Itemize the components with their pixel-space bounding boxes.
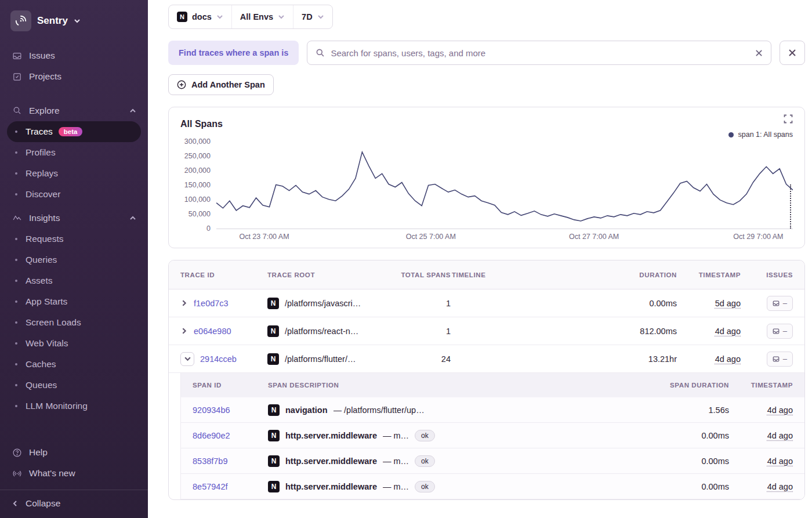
trace-row-expanded[interactable]: 2914cceb N /platforms/flutter/… 24 13.21… <box>169 345 804 373</box>
clear-search-icon[interactable] <box>755 49 763 57</box>
issues-button[interactable]: – <box>767 352 793 367</box>
span-search-input[interactable] <box>331 48 749 58</box>
projects-icon <box>12 71 22 82</box>
timestamp-link[interactable]: 4d ago <box>715 354 741 364</box>
sidebar-item-issues[interactable]: Issues <box>7 45 141 66</box>
sidebar-item-discover[interactable]: Discover <box>7 184 141 205</box>
sidebar-section-explore[interactable]: Explore <box>7 100 141 121</box>
col-issues: Issues <box>741 271 793 278</box>
timestamp-link[interactable]: 4d ago <box>767 431 793 440</box>
sidebar-item-label: LLM Monitoring <box>26 401 88 411</box>
sidebar-collapse-button[interactable]: Collapse <box>0 490 148 518</box>
span-op: navigation <box>285 405 328 415</box>
sidebar-item-assets[interactable]: Assets <box>7 270 141 291</box>
trace-id-link[interactable]: f1e0d7c3 <box>194 299 229 308</box>
sidebar-section-insights[interactable]: Insights <box>7 207 141 229</box>
col-span-description: Span Description <box>268 382 503 389</box>
traces-table-panel: Trace ID Trace Root Total Spans Timeline… <box>168 260 805 500</box>
sidebar-item-replays[interactable]: Replays <box>7 163 141 184</box>
sidebar-item-traces[interactable]: Traces beta <box>7 121 141 142</box>
trace-id-link[interactable]: e064e980 <box>194 327 231 336</box>
span-description: — m… <box>383 482 409 491</box>
span-id-link[interactable]: 920934b6 <box>193 405 268 415</box>
trace-row[interactable]: e064e980 N /platforms/react-n… 1 812.00m… <box>169 317 804 345</box>
collapse-label: Collapse <box>26 498 60 509</box>
sidebar-item-label: Projects <box>29 71 61 82</box>
span-search-box[interactable] <box>307 41 771 65</box>
sidebar-item-label: Assets <box>26 276 53 286</box>
sidebar-item-help[interactable]: Help <box>7 442 141 463</box>
sidebar-item-label: Help <box>29 447 48 458</box>
timestamp-link[interactable]: 4d ago <box>715 327 741 336</box>
sidebar-item-queues[interactable]: Queues <box>7 375 141 396</box>
trace-root-text: /platforms/react-n… <box>285 327 358 336</box>
timestamp-link[interactable]: 4d ago <box>767 482 793 491</box>
trace-id-link[interactable]: 2914cceb <box>200 354 237 364</box>
collapse-row-button[interactable] <box>180 352 194 366</box>
sidebar-item-queries[interactable]: Queries <box>7 249 141 270</box>
status-badge: ok <box>415 481 435 492</box>
span-row[interactable]: 920934b6 N navigation — /platforms/flutt… <box>181 397 804 423</box>
span-row[interactable]: 8d6e90e2 N http.server.middleware — m… o… <box>181 423 804 448</box>
bullet-icon <box>15 131 17 133</box>
fullscreen-icon[interactable] <box>784 114 793 124</box>
sidebar-item-label: Queries <box>26 255 57 265</box>
chevron-down-icon <box>216 13 223 20</box>
span-id-link[interactable]: 8538f7b9 <box>193 457 268 466</box>
chart-x-axis: Oct 23 7:00 AM Oct 25 7:00 AM Oct 27 7:0… <box>216 229 793 243</box>
search-icon <box>316 48 325 57</box>
remove-span-filter-button[interactable] <box>780 41 805 65</box>
sidebar-item-web-vitals[interactable]: Web Vitals <box>7 333 141 354</box>
total-spans-value: 24 <box>387 354 451 364</box>
trace-row[interactable]: f1e0d7c3 N /platforms/javascri… 1 0.00ms… <box>169 289 804 317</box>
chevron-left-icon <box>12 500 19 507</box>
environment-label: All Envs <box>240 12 273 21</box>
x-tick: Oct 23 7:00 AM <box>239 233 289 241</box>
sidebar-item-label: Requests <box>26 234 63 244</box>
span-id-link[interactable]: 8d6e90e2 <box>193 431 268 440</box>
sidebar-item-projects[interactable]: Projects <box>7 66 141 87</box>
trace-root-text: /platforms/flutter/… <box>285 354 356 364</box>
y-tick: 50,000 <box>188 210 211 218</box>
sidebar-item-screen-loads[interactable]: Screen Loads <box>7 312 141 333</box>
span-row[interactable]: 8e57942f N http.server.middleware — m… o… <box>181 474 804 499</box>
total-spans-value: 1 <box>387 299 451 308</box>
issues-icon <box>773 300 780 307</box>
sidebar-item-app-starts[interactable]: App Starts <box>7 291 141 312</box>
issues-button[interactable]: – <box>767 324 793 339</box>
span-duration-value: 0.00ms <box>654 431 729 440</box>
chart-legend[interactable]: span 1: All spans <box>180 131 793 139</box>
expand-chevron-icon[interactable] <box>180 299 188 307</box>
span-filter-row: Find traces where a span is <box>168 41 805 65</box>
sidebar-item-profiles[interactable]: Profiles <box>7 142 141 163</box>
span-description: — m… <box>383 431 409 440</box>
sidebar-item-requests[interactable]: Requests <box>7 229 141 249</box>
sidebar-item-whats-new[interactable]: What's new <box>7 463 141 484</box>
bullet-icon <box>15 300 17 303</box>
sidebar-item-caches[interactable]: Caches <box>7 354 141 375</box>
span-op: http.server.middleware <box>285 482 377 491</box>
span-id-link[interactable]: 8e57942f <box>193 482 268 491</box>
expand-chevron-icon[interactable] <box>180 327 188 335</box>
platform-icon: N <box>267 325 279 337</box>
timestamp-link[interactable]: 4d ago <box>767 405 793 415</box>
col-timestamp: Timestamp <box>677 271 741 278</box>
col-trace-id: Trace ID <box>180 271 267 278</box>
chart-cursor-line <box>790 184 791 229</box>
project-selector[interactable]: N docs <box>169 5 231 28</box>
span-description: — /platforms/flutter/up… <box>334 405 425 415</box>
date-range-selector[interactable]: 7D <box>293 5 332 28</box>
chart-plot-area[interactable] <box>216 141 793 229</box>
environment-selector[interactable]: All Envs <box>231 5 293 28</box>
sidebar-item-llm-monitoring[interactable]: LLM Monitoring <box>7 396 141 416</box>
issues-icon <box>12 50 22 61</box>
insights-icon <box>12 213 22 223</box>
add-another-span-button[interactable]: Add Another Span <box>168 74 274 95</box>
span-row[interactable]: 8538f7b9 N http.server.middleware — m… o… <box>181 448 804 474</box>
issues-button[interactable]: – <box>767 296 793 311</box>
bullet-icon <box>15 342 17 345</box>
chevron-up-icon <box>129 215 136 222</box>
timestamp-link[interactable]: 5d ago <box>715 299 741 308</box>
org-switcher[interactable]: Sentry <box>7 8 141 32</box>
timestamp-link[interactable]: 4d ago <box>767 457 793 466</box>
